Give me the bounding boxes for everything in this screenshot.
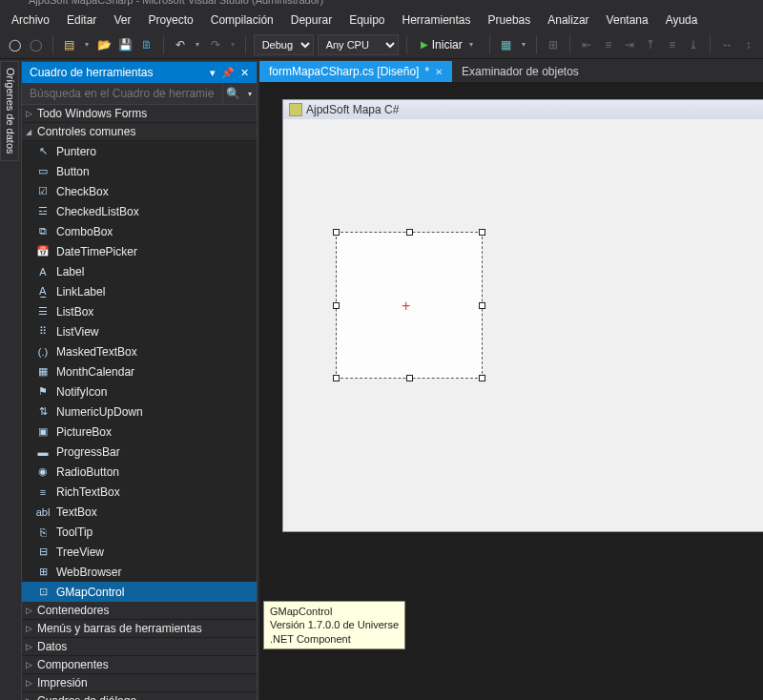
search-icon[interactable]: 🔍 xyxy=(222,84,243,103)
resize-handle[interactable] xyxy=(406,229,413,236)
toolbox-item-progressbar[interactable]: ▬ProgressBar xyxy=(22,442,257,462)
resize-handle[interactable] xyxy=(333,375,340,381)
toolbox-titlebar[interactable]: Cuadro de herramientas ▾ 📌 ✕ xyxy=(22,62,257,83)
resize-handle[interactable] xyxy=(333,229,340,236)
data-sources-tab[interactable]: Orígenes de datos xyxy=(0,61,19,161)
align-middle-icon[interactable]: ≡ xyxy=(664,34,681,55)
window-titlebar: AjpdSoft MapaCSharp - Microsoft Visual S… xyxy=(0,0,763,10)
platform-select[interactable]: Any CPU xyxy=(318,34,399,55)
menu-ventana[interactable]: Ventana xyxy=(599,11,656,29)
nav-back-icon[interactable]: ◯ xyxy=(6,34,23,55)
undo-icon[interactable]: ↶ xyxy=(172,34,189,55)
control-icon: ▭ xyxy=(35,164,51,179)
toolbox-item-combobox[interactable]: ⧉ComboBox xyxy=(22,221,257,241)
toolbox-item-checkbox[interactable]: ☑CheckBox xyxy=(22,181,257,201)
menu-equipo[interactable]: Equipo xyxy=(341,11,392,29)
start-debug-button[interactable]: ▶ Iniciar ▾ xyxy=(415,34,482,55)
align-left-icon[interactable]: ⇤ xyxy=(578,34,595,55)
save-all-icon[interactable]: 🗎 xyxy=(138,34,155,55)
toolbox-item-label: ToolTip xyxy=(56,525,93,539)
toolbox-group-contenedores[interactable]: Contenedores xyxy=(22,602,257,620)
menu-ayuda[interactable]: Ayuda xyxy=(658,11,706,29)
config-select[interactable]: Debug xyxy=(254,34,314,55)
toolbox-item-richtextbox[interactable]: ≡RichTextBox xyxy=(22,482,257,502)
resize-handle[interactable] xyxy=(479,302,485,309)
pin-icon[interactable]: 📌 xyxy=(221,67,235,79)
toolbox-item-label[interactable]: ALabel xyxy=(22,261,257,281)
save-icon[interactable]: 💾 xyxy=(116,34,134,55)
dropdown-icon[interactable]: ▾ xyxy=(193,40,202,49)
menu-depurar[interactable]: Depurar xyxy=(283,11,340,29)
toolbox-search-input[interactable] xyxy=(22,83,222,104)
toolbox-item-radiobutton[interactable]: ◉RadioButton xyxy=(22,462,257,482)
toolbox-group-impresion[interactable]: Impresión xyxy=(22,674,257,692)
toolbox-item-label: ListView xyxy=(56,325,98,339)
align-center-icon[interactable]: ≡ xyxy=(599,34,616,55)
new-project-icon[interactable]: ▤ xyxy=(61,34,78,55)
gmapcontrol-instance[interactable]: + xyxy=(336,232,483,379)
toolbox-item-monthcalendar[interactable]: ▦MonthCalendar xyxy=(22,361,257,381)
toolbox-group-all-forms[interactable]: Todo Windows Forms xyxy=(22,105,257,123)
dropdown-icon[interactable]: ▾ xyxy=(519,40,528,49)
toolbox-item-linklabel[interactable]: A̲LinkLabel xyxy=(22,281,257,301)
toolbox-item-gmapcontrol[interactable]: ⊡GMapControl xyxy=(22,582,257,602)
menu-compilacion[interactable]: Compilación xyxy=(203,11,281,29)
toolbox-item-label: CheckedListBox xyxy=(56,205,139,218)
menu-herramientas[interactable]: Herramientas xyxy=(395,11,479,29)
close-icon[interactable]: ✕ xyxy=(435,67,443,77)
designed-form[interactable]: AjpdSoft Mapa C# + xyxy=(282,99,763,532)
align-top-icon[interactable]: ⤒ xyxy=(642,34,659,55)
toolbox-item-picturebox[interactable]: ▣PictureBox xyxy=(22,422,257,442)
toolbox-group-common-controls[interactable]: Controles comunes xyxy=(22,123,257,141)
align-grid-icon[interactable]: ⊞ xyxy=(545,34,562,55)
tab-form-designer[interactable]: formMapaCSharp.cs [Diseño]* ✕ xyxy=(259,61,452,82)
resize-handle[interactable] xyxy=(406,375,413,381)
toolbox-item-label: ListBox xyxy=(56,305,93,319)
menu-archivo[interactable]: Archivo xyxy=(4,11,57,29)
toolbox-item-listbox[interactable]: ☰ListBox xyxy=(22,301,257,321)
toolbox-group-datos[interactable]: Datos xyxy=(22,638,257,656)
dropdown-icon[interactable]: ▾ xyxy=(243,90,257,98)
toolbox-group-dialogos[interactable]: Cuadros de diálogo xyxy=(22,692,257,700)
toolbox-group-menus[interactable]: Menús y barras de herramientas xyxy=(22,620,257,638)
menu-analizar[interactable]: Analizar xyxy=(540,11,596,29)
dropdown-icon[interactable]: ▾ xyxy=(466,40,476,49)
menu-editar[interactable]: Editar xyxy=(59,11,104,29)
toolbox-item-maskedtextbox[interactable]: (.)MaskedTextBox xyxy=(22,341,257,361)
toolbox-item-label: DateTimePicker xyxy=(56,245,137,258)
menu-proyecto[interactable]: Proyecto xyxy=(140,11,200,29)
layout-icon[interactable]: ▦ xyxy=(498,34,515,55)
same-height-icon[interactable]: ↕ xyxy=(740,34,757,55)
menu-ver[interactable]: Ver xyxy=(106,11,138,29)
dropdown-icon[interactable]: ▾ xyxy=(210,67,216,79)
open-icon[interactable]: 📂 xyxy=(95,34,113,55)
close-icon[interactable]: ✕ xyxy=(240,67,249,79)
toolbox-item-datetimepicker[interactable]: 📅DateTimePicker xyxy=(22,241,257,261)
toolbox-item-checkedlistbox[interactable]: ☲CheckedListBox xyxy=(22,201,257,221)
resize-handle[interactable] xyxy=(333,302,340,309)
resize-handle[interactable] xyxy=(479,375,485,381)
dropdown-icon[interactable]: ▾ xyxy=(82,40,92,49)
align-right-icon[interactable]: ⇥ xyxy=(621,34,638,55)
same-width-icon[interactable]: ↔ xyxy=(718,34,735,55)
toolbox-item-treeview[interactable]: ⊟TreeView xyxy=(22,542,257,562)
nav-fwd-icon[interactable]: ◯ xyxy=(27,34,44,55)
tab-object-browser[interactable]: Examinador de objetos xyxy=(452,61,588,82)
toolbox-item-button[interactable]: ▭Button xyxy=(22,161,257,181)
toolbox-item-notifyicon[interactable]: ⚑NotifyIcon xyxy=(22,381,257,401)
toolbox-item-listview[interactable]: ⠿ListView xyxy=(22,321,257,341)
toolbox-group-componentes[interactable]: Componentes xyxy=(22,656,257,674)
toolbox-item-label: NumericUpDown xyxy=(56,405,143,419)
redo-icon[interactable]: ↷ xyxy=(206,34,223,55)
toolbox-item-webbrowser[interactable]: ⊞WebBrowser xyxy=(22,562,257,582)
dropdown-icon[interactable]: ▾ xyxy=(228,40,237,49)
toolbox-item-numericupdown[interactable]: ⇅NumericUpDown xyxy=(22,401,257,422)
toolbox-item-label: TextBox xyxy=(56,505,97,519)
toolbox-item-tooltip[interactable]: ⎘ToolTip xyxy=(22,522,257,542)
toolbox-item-puntero[interactable]: ↖Puntero xyxy=(22,141,257,161)
form-client-area[interactable]: + xyxy=(283,119,763,531)
toolbox-item-textbox[interactable]: ablTextBox xyxy=(22,502,257,522)
align-bottom-icon[interactable]: ⤓ xyxy=(685,34,702,55)
menu-pruebas[interactable]: Pruebas xyxy=(481,11,539,29)
resize-handle[interactable] xyxy=(479,229,485,236)
